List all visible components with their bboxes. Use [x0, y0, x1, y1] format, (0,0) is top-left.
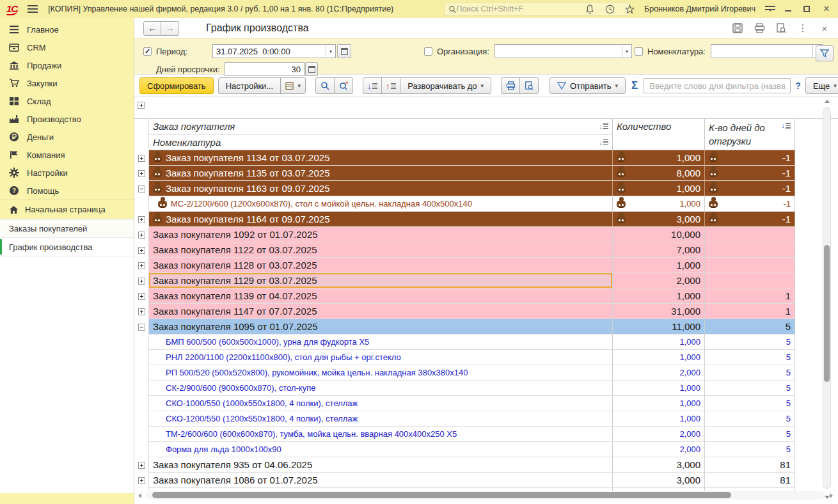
collapse-groups-button[interactable]: ↓	[363, 77, 382, 94]
collapse-expander-icon[interactable]	[138, 185, 145, 193]
horizontal-scrollbar[interactable]	[138, 491, 833, 500]
table-row[interactable]: Заказ покупателя 1086 от 01.07.2025 3,00…	[134, 473, 838, 488]
expander-icon[interactable]	[138, 278, 145, 285]
grand-total-expander-icon[interactable]	[138, 102, 145, 109]
generate-button[interactable]: Сформировать	[139, 77, 214, 94]
column-header-order[interactable]: Заказ покупателя ↓ Номенклатура ↓	[148, 119, 613, 150]
expand-groups-button[interactable]: ↑	[381, 77, 400, 94]
period-input[interactable]	[216, 47, 322, 56]
sidebar-item-crm[interactable]: CRM	[0, 38, 134, 56]
current-user-name[interactable]: Бронников Дмитрий Игоревич	[644, 4, 755, 13]
table-row[interactable]: Заказ покупателя 1164 от 09.07.2025 3,00…	[134, 212, 838, 227]
tab-production-schedule[interactable]: График производства	[0, 238, 134, 256]
table-row[interactable]: Форма для льда 1000х100х90 2,000 5	[134, 442, 838, 457]
expand-to-button[interactable]: Разворачивать до▾	[400, 77, 491, 94]
forward-button[interactable]: →	[161, 21, 179, 36]
scroll-right-icon[interactable]	[830, 493, 833, 498]
organization-input[interactable]	[498, 47, 619, 56]
scroll-left-icon[interactable]	[138, 493, 141, 498]
table-row[interactable]: Заказ покупателя 1134 от 03.07.2025 1,00…	[134, 150, 838, 166]
history-clock-icon[interactable]	[605, 4, 615, 14]
table-row[interactable]: СК-2/900/600 (900х600х870), стол-купе 1,…	[134, 381, 838, 396]
table-row[interactable]: Заказ покупателя 1128 от 03.07.2025 1,00…	[134, 258, 838, 273]
collapse-expander-icon[interactable]	[138, 324, 145, 331]
table-row[interactable]: ТМ-2/600/600 (600х600х870), тумба, мойка…	[134, 427, 838, 442]
maximize-window-icon[interactable]	[802, 4, 812, 14]
quick-filter[interactable]	[644, 78, 791, 93]
table-row[interactable]: СКО-1200/550 (1200х550х1800, 4 полки), с…	[134, 411, 838, 427]
back-button[interactable]: ←	[143, 21, 161, 36]
organization-checkbox[interactable]	[424, 47, 432, 56]
autosum-button[interactable]: Σ	[630, 79, 639, 92]
save-icon[interactable]	[732, 22, 743, 34]
filter-settings-button[interactable]	[816, 45, 834, 61]
table-row[interactable]: Заказ покупателя 1135 от 03.07.2025 8,00…	[134, 166, 838, 181]
sidebar-item-settings[interactable]: Настройки	[0, 164, 134, 182]
period-dropdown-icon[interactable]: ▾	[326, 44, 336, 58]
expander-icon[interactable]	[138, 462, 145, 469]
period-checkbox[interactable]	[143, 47, 152, 56]
table-row[interactable]: Заказ покупателя 935 от 04.06.2025 3,000…	[134, 457, 838, 473]
main-menu-icon[interactable]	[28, 5, 38, 13]
table-row-selected[interactable]: Заказ покупателя 1129 от 03.07.2025 2,00…	[134, 273, 838, 288]
nomenclature-checkbox[interactable]	[635, 47, 643, 56]
expander-icon[interactable]	[138, 216, 145, 223]
preview-icon[interactable]	[775, 22, 787, 34]
overdue-days-calendar-button[interactable]	[305, 62, 318, 76]
more-button[interactable]: Еще▾	[805, 77, 838, 94]
tab-customer-orders[interactable]: Заказы покупателей	[0, 219, 134, 238]
minimize-window-icon[interactable]	[785, 6, 792, 13]
table-row[interactable]: Заказ покупателя 1147 от 07.07.2025 31,0…	[134, 304, 838, 319]
report-variants-button[interactable]: ▾	[280, 77, 306, 94]
table-row[interactable]: РНЛ 2200/1100 (2200х1100х800), стол для …	[134, 350, 838, 365]
more-kebab-icon[interactable]: ⋮	[797, 22, 809, 34]
print-button[interactable]	[501, 77, 520, 94]
service-menu-icon[interactable]	[765, 5, 775, 13]
expander-icon[interactable]	[138, 170, 145, 177]
sidebar-item-purchases[interactable]: Закупки	[0, 74, 134, 92]
expander-icon[interactable]	[138, 262, 145, 269]
period-calendar-button[interactable]	[337, 44, 351, 58]
sidebar-item-help[interactable]: ? Помощь	[0, 182, 134, 200]
table-row[interactable]: Заказ покупателя 1092 от 01.07.2025 10,0…	[134, 227, 838, 242]
sidebar-item-sales[interactable]: Продажи	[0, 56, 134, 74]
sidebar-item-main[interactable]: Главное	[0, 20, 134, 38]
sidebar-item-production[interactable]: Производство	[0, 110, 134, 128]
sidebar-item-home[interactable]: Начальная страница	[0, 200, 134, 219]
print-icon[interactable]	[754, 22, 765, 34]
preview-button[interactable]	[519, 77, 539, 94]
column-header-quantity[interactable]: Количество	[613, 119, 705, 150]
expander-icon[interactable]	[138, 293, 145, 300]
table-row[interactable]: Заказ покупателя 1095 от 01.07.2025 11,0…	[134, 319, 838, 335]
expander-icon[interactable]	[138, 477, 145, 484]
table-row[interactable]: РП 500/520 (500х520х800), рукомойник, мо…	[134, 365, 838, 381]
nomenclature-input[interactable]	[715, 47, 809, 56]
find-button[interactable]	[315, 77, 335, 94]
quick-filter-input[interactable]	[649, 81, 785, 91]
expander-icon[interactable]	[138, 232, 145, 239]
vertical-scroll-thumb[interactable]	[824, 245, 830, 382]
table-row[interactable]: Заказ покупателя 1163 от 09.07.2025 1,00…	[134, 181, 838, 196]
column-header-days[interactable]: К-во дней до отгрузки ↓	[705, 119, 795, 150]
notifications-bell-icon[interactable]	[585, 4, 595, 14]
organization-dropdown-icon[interactable]: ▾	[622, 44, 632, 58]
overdue-days-input[interactable]	[228, 65, 301, 74]
close-form-icon[interactable]: ×	[819, 22, 830, 34]
help-button[interactable]: ?	[795, 81, 801, 91]
scroll-up-icon[interactable]	[825, 100, 830, 103]
expander-icon[interactable]	[138, 155, 145, 162]
horizontal-scroll-thumb[interactable]	[152, 492, 731, 498]
table-row[interactable]: Заказ покупателя 1122 от 03.07.2025 7,00…	[134, 242, 838, 258]
expander-icon[interactable]	[138, 308, 145, 315]
expander-icon[interactable]	[138, 247, 145, 254]
send-button[interactable]: Отправить▾	[549, 77, 626, 94]
settings-button[interactable]: Настройки...	[218, 77, 281, 94]
favorites-star-icon[interactable]	[624, 4, 635, 14]
close-window-icon[interactable]: ×	[821, 4, 832, 14]
table-row[interactable]: БМП 600/500 (600х500х1000), урна для фуд…	[134, 335, 838, 350]
table-row[interactable]: Заказ покупателя 1139 от 04.07.2025 1,00…	[134, 288, 838, 304]
sidebar-item-warehouse[interactable]: Склад	[0, 92, 134, 110]
table-row[interactable]: СКО-1000/550 (1000х550х1800, 4 полки), с…	[134, 396, 838, 411]
sidebar-item-money[interactable]: Деньги	[0, 128, 134, 146]
vertical-scrollbar[interactable]	[823, 100, 831, 499]
